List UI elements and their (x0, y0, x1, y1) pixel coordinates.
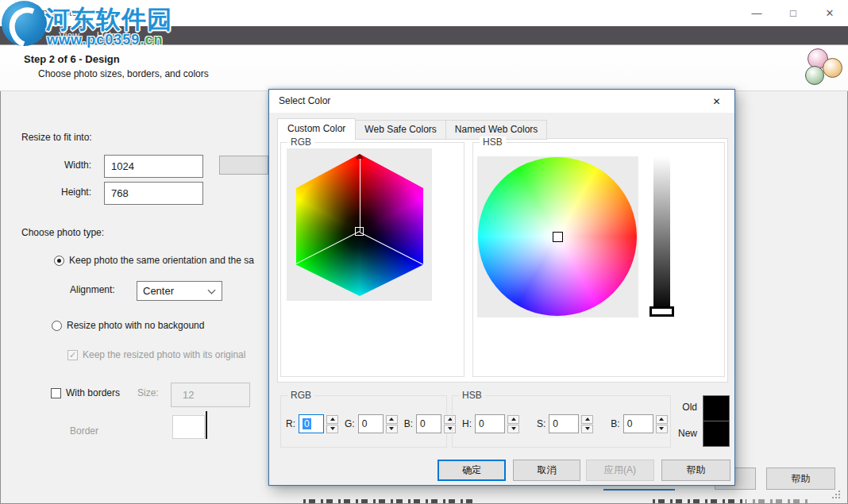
spin-up-icon[interactable] (507, 415, 519, 424)
maximize-button[interactable]: □ (775, 0, 811, 25)
minimize-icon: — (752, 7, 762, 19)
photo-type-label: Choose photo type: (21, 227, 104, 238)
alignment-select[interactable]: Center (137, 281, 222, 301)
radio-keep-orientation[interactable] (54, 256, 64, 266)
size-input: 12 (171, 383, 250, 407)
blue-input[interactable]: 0 (416, 414, 441, 433)
spin-down-icon[interactable] (507, 425, 519, 433)
hue-field: H: 0 (462, 414, 519, 433)
checkbox-keep-original[interactable]: ✓ (67, 350, 78, 360)
rgb-values-group-label: RGB (287, 390, 314, 402)
red-input[interactable]: 0 (299, 414, 324, 433)
red-field: R: 0 (286, 414, 338, 433)
spin-up-icon[interactable] (581, 415, 593, 424)
brightness-slider-handle[interactable] (649, 306, 674, 317)
menu-item-view[interactable]: View (59, 30, 79, 41)
spin-up-icon[interactable] (656, 415, 668, 424)
border-color-swatch[interactable] (172, 415, 205, 439)
menu-item-help[interactable]: Help (97, 30, 117, 41)
width-label: Width: (32, 160, 91, 171)
application-window: pcPhotos — □ ✕ Album View Help Step 2 of… (0, 0, 848, 504)
cube-selection-marker[interactable] (355, 227, 364, 236)
brightness-spinner (656, 415, 668, 433)
chevron-down-icon (208, 287, 216, 294)
checkbox-with-borders[interactable] (51, 388, 61, 398)
tab-strip: Custom Color Web Safe Colors Named Web C… (277, 118, 546, 140)
spin-down-icon[interactable] (386, 425, 398, 433)
hue-saturation-wheel[interactable] (478, 157, 637, 316)
brightness-slider[interactable] (653, 156, 670, 312)
truncated-width-button[interactable] (219, 156, 268, 175)
menu-item-album[interactable]: Album (14, 30, 41, 41)
rgb-cube-picker[interactable] (287, 148, 432, 301)
radio-no-background-label[interactable]: Resize photo with no backgound (67, 320, 268, 331)
rgb-cube[interactable] (296, 154, 423, 296)
hsb-values-group: HSB H: 0 S: 0 (452, 395, 671, 448)
spin-down-icon[interactable] (656, 425, 668, 433)
minimize-button[interactable]: — (738, 0, 775, 25)
radio-keep-orientation-label[interactable]: Keep photo the same orientation and the … (69, 255, 268, 266)
menu-bar: Album View Help (0, 26, 848, 45)
hue-input[interactable]: 0 (475, 414, 505, 433)
red-label: R: (286, 418, 295, 429)
resize-grip[interactable] (832, 491, 834, 492)
step-title: Step 2 of 6 - Design (24, 53, 120, 65)
clipped-text-fragment (653, 499, 746, 503)
ok-button[interactable]: 确定 (437, 460, 506, 481)
close-button[interactable]: ✕ (811, 0, 848, 25)
width-input[interactable]: 1024 (104, 155, 203, 178)
border-label: Border (70, 425, 98, 437)
title-bar: pcPhotos — □ ✕ (0, 0, 848, 26)
old-color-swatch (703, 395, 730, 421)
dialog-help-button[interactable]: 帮助 (661, 460, 730, 481)
rgb-group-label: RGB (287, 137, 314, 148)
hidden-focus-border-fragment (603, 489, 675, 491)
green-axis-arrow-icon (295, 259, 303, 271)
spin-up-icon[interactable] (386, 415, 398, 424)
hsb-values-group-label: HSB (459, 390, 485, 402)
rgb-values-group: RGB R: 0 G: 0 (280, 395, 447, 448)
dialog-title-bar[interactable]: Select Color ✕ (269, 90, 734, 113)
cancel-button[interactable]: 取消 (513, 460, 580, 481)
app-icon (26, 7, 37, 18)
resize-to-fit-label: Resize to fit into: (21, 132, 92, 143)
color-balls-icon (802, 48, 843, 90)
hsb-wheel-picker[interactable] (477, 156, 638, 317)
checkbox-keep-original-label: Keep the resized photo with its original (83, 349, 268, 360)
wheel-selection-marker[interactable] (553, 232, 563, 242)
check-icon: ✓ (69, 350, 76, 360)
height-input[interactable]: 768 (104, 182, 203, 205)
brightness-input[interactable]: 0 (623, 414, 653, 433)
alignment-label: Alignment: (70, 284, 115, 295)
saturation-input[interactable]: 0 (549, 414, 579, 433)
saturation-spinner (581, 415, 593, 433)
tab-web-safe-colors[interactable]: Web Safe Colors (355, 120, 446, 140)
spin-up-icon[interactable] (326, 415, 338, 424)
new-color-swatch (703, 421, 730, 447)
green-field: G: 0 (345, 414, 398, 433)
spin-down-icon[interactable] (581, 425, 593, 433)
main-help-button[interactable]: 帮助 (766, 467, 835, 490)
hue-spinner (507, 415, 519, 433)
green-input[interactable]: 0 (358, 414, 384, 433)
dialog-close-button[interactable]: ✕ (699, 90, 734, 113)
step-subtitle: Choose photo sizes, borders, and colors (38, 68, 209, 79)
radio-no-background[interactable] (52, 321, 62, 331)
orange-ball-icon (823, 58, 842, 78)
with-borders-label[interactable]: With borders (66, 387, 120, 398)
close-icon: ✕ (826, 7, 835, 19)
green-label: G: (345, 418, 355, 429)
red-spinner (326, 415, 338, 433)
spin-down-icon[interactable] (326, 425, 338, 433)
saturation-field: S: 0 (537, 414, 593, 433)
maximize-icon: □ (790, 7, 796, 19)
green-spinner (386, 415, 398, 433)
saturation-label: S: (537, 418, 545, 429)
green-ball-icon (805, 66, 824, 85)
red-axis-arrow-icon (356, 152, 364, 159)
hsb-group-label: HSB (480, 137, 506, 148)
clipped-text-fragment (753, 499, 808, 503)
blue-axis-arrow-icon (417, 259, 424, 271)
window-title: pcPhotos (42, 7, 82, 18)
clipped-text-fragment (303, 499, 476, 503)
